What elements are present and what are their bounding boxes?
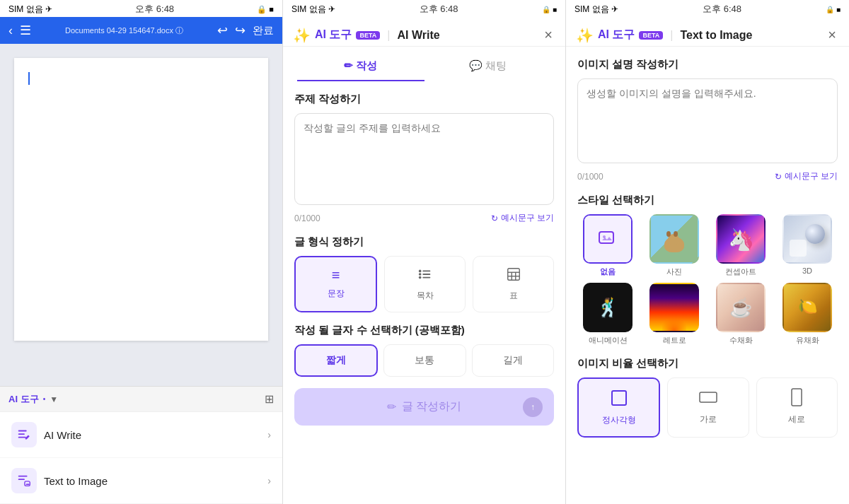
style-thumb-animation: 🕺	[583, 283, 633, 332]
battery-3: 🔒 ■	[826, 6, 841, 13]
ratio-portrait-btn[interactable]: 세로	[756, 377, 838, 438]
style-photo-label: 사진	[666, 266, 682, 277]
style-thumb-none	[583, 214, 633, 264]
ai-toolbar-left: AI 도구 • ▼	[8, 393, 58, 406]
redo-button[interactable]: ↪	[235, 23, 246, 38]
ai-tool-label-3: AI 도구	[598, 28, 635, 42]
refresh-icon-topic: ↻	[491, 213, 498, 223]
image-header-left: ✨ AI 도구 BETA | Text to Image	[576, 27, 752, 44]
status-left-3: SIM 없음 ✈	[574, 4, 618, 16]
svg-rect-12	[507, 269, 519, 281]
status-icons-2: 🔒 ■	[542, 6, 557, 13]
length-short-btn[interactable]: 짧게	[294, 344, 378, 377]
undo-button[interactable]: ↩	[217, 23, 228, 38]
generate-button[interactable]: ✏ 글 작성하기 ↑	[294, 388, 554, 426]
style-thumb-oil: 🍋	[782, 283, 832, 332]
aiwrite-body: 주제 작성하기 0/1000 ↻ 예시문구 보기 글 형식 정하기 ≡ 문장	[283, 81, 565, 504]
format-section: 글 형식 정하기 ≡ 문장 목차 표	[294, 235, 554, 312]
close-aiwrite[interactable]: ×	[541, 24, 555, 46]
style-retro-label: 레트로	[663, 335, 686, 346]
style-oil-label: 유채화	[796, 335, 819, 346]
beta-badge-image: BETA	[639, 31, 663, 40]
style-photo[interactable]: 사진	[644, 214, 705, 277]
svg-rect-10	[422, 274, 430, 275]
svg-rect-1	[18, 433, 25, 435]
header-left: ✨ AI 도구 BETA | AI Write	[293, 27, 440, 44]
style-grid-row2: 🕺 애니메이션 레트로 ☕ 수채화	[577, 283, 838, 346]
style-section: 스타일 선택하기 없음	[577, 194, 838, 346]
topic-example-btn[interactable]: ↻ 예시문구 보기	[491, 212, 554, 224]
format-title: 글 형식 정하기	[294, 235, 554, 249]
ai-write-icon	[11, 422, 37, 447]
text-to-image-icon	[11, 468, 37, 493]
status-bar-image: SIM 없음 ✈ 오후 6:48 🔒 ■	[566, 0, 849, 17]
length-medium-btn[interactable]: 보통	[383, 344, 466, 377]
beta-badge-aiwrite: BETA	[356, 31, 380, 40]
complete-button[interactable]: 완료	[253, 24, 274, 37]
image-panel: SIM 없음 ✈ 오후 6:48 🔒 ■ ✨ AI 도구 BETA | Text…	[566, 0, 849, 504]
length-title: 작성 될 글자 수 선택하기 (공백포함)	[294, 324, 554, 337]
format-buttons: ≡ 문장 목차 표	[294, 256, 554, 312]
style-thumb-retro	[649, 283, 699, 332]
tab-chat[interactable]: 💬 채팅	[424, 52, 552, 81]
time-image: 오후 6:48	[703, 3, 741, 16]
style-watercolor[interactable]: ☕ 수채화	[710, 283, 771, 346]
doc-toolbar: ‹ ☰ Documents 04-29 154647.docx ⓘ ↩ ↪ 완료	[0, 17, 282, 44]
doc-content	[0, 44, 282, 386]
length-long-btn[interactable]: 길게	[472, 344, 554, 377]
close-image[interactable]: ×	[825, 24, 839, 46]
status-left-2: SIM 없음 ✈	[291, 4, 335, 16]
aiwrite-header: ✨ AI 도구 BETA | AI Write ×	[283, 17, 565, 47]
style-grid-row1: 없음 사진	[577, 214, 838, 277]
svg-rect-3	[18, 476, 28, 477]
style-animation[interactable]: 🕺 애니메이션	[577, 283, 638, 346]
format-list-btn[interactable]: 목차	[384, 256, 466, 312]
list-button[interactable]: ☰	[20, 23, 31, 38]
topic-input[interactable]	[294, 113, 554, 205]
desc-count-row: 0/1000 ↻ 예시문구 보기	[577, 170, 838, 182]
status-right: 🔒 ■	[257, 5, 274, 14]
svg-point-6	[418, 270, 421, 273]
ratio-landscape-btn[interactable]: 가로	[667, 377, 749, 438]
doc-page[interactable]	[14, 58, 268, 341]
desc-example-btn[interactable]: ↻ 예시문구 보기	[775, 170, 838, 182]
menu-item-ai-write[interactable]: AI Write ›	[0, 412, 282, 458]
style-thumb-3d	[782, 214, 832, 264]
format-table-btn[interactable]: 표	[473, 256, 554, 312]
sim-status-3: SIM 없음 ✈	[574, 4, 618, 16]
text-to-image-label: Text to Image	[44, 475, 108, 487]
ai-toolbar: AI 도구 • ▼ ⊞	[0, 386, 282, 411]
style-retro[interactable]: 레트로	[644, 283, 705, 346]
topic-count-row: 0/1000 ↻ 예시문구 보기	[294, 212, 554, 224]
length-buttons: 짧게 보통 길게	[294, 344, 554, 377]
desc-char-count: 0/1000	[577, 172, 603, 182]
ai-dot: •	[43, 395, 46, 403]
none-icon	[584, 216, 631, 262]
status-bar-editor: SIM 없음 ✈ 오후 6:48 🔒 ■	[0, 0, 282, 17]
style-3d-label: 3D	[802, 266, 812, 275]
svg-rect-5	[25, 481, 30, 486]
style-none[interactable]: 없음	[577, 214, 638, 277]
style-thumb-photo	[649, 214, 699, 264]
ratio-square-icon	[610, 389, 628, 411]
svg-rect-21	[792, 389, 802, 406]
desc-title: 이미지 설명 작성하기	[577, 58, 838, 71]
menu-item-text-to-image[interactable]: Text to Image ›	[0, 458, 282, 504]
format-list-label: 목차	[417, 290, 434, 302]
tab-write[interactable]: ✏ 작성	[297, 52, 424, 81]
generate-icon: ✏	[387, 400, 396, 414]
toolbar-right: ↩ ↪ 완료	[217, 23, 274, 38]
back-button[interactable]: ‹	[8, 23, 13, 38]
ai-dropdown-button[interactable]: ▼	[50, 394, 58, 404]
style-concept[interactable]: 🦄 컨셉아트	[710, 214, 771, 277]
ratio-landscape-label: 가로	[700, 414, 717, 426]
image-body: 이미지 설명 작성하기 0/1000 ↻ 예시문구 보기 스타일 선택하기	[566, 47, 849, 504]
ratio-portrait-icon	[787, 388, 806, 411]
ratio-square-btn[interactable]: 정사각형	[577, 377, 660, 438]
style-3d[interactable]: 3D	[777, 214, 838, 277]
ai-grid-button[interactable]: ⊞	[265, 392, 274, 406]
menu-item-left-aiwrite: AI Write	[11, 422, 81, 447]
desc-input[interactable]	[577, 78, 838, 163]
format-sentence-btn[interactable]: ≡ 문장	[294, 256, 377, 312]
style-oil[interactable]: 🍋 유채화	[777, 283, 838, 346]
